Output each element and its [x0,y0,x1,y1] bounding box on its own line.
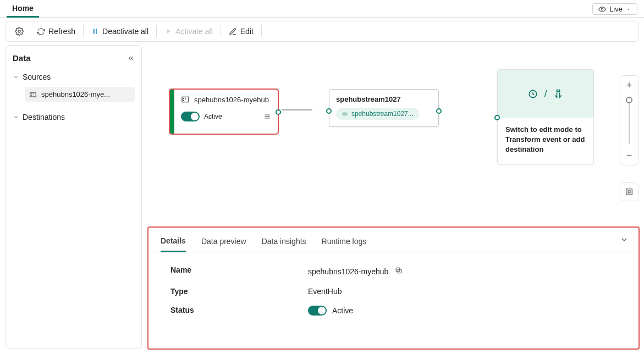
name-label: Name [170,266,308,277]
deactivate-all-button[interactable]: Deactivate all [85,21,155,41]
input-port[interactable] [326,108,332,114]
svg-rect-8 [182,97,189,102]
copy-name-button[interactable] [394,266,404,277]
status-toggle[interactable] [181,112,200,121]
destinations-group[interactable]: Destinations [13,110,135,124]
refresh-icon [37,27,45,36]
destination-placeholder-text: Switch to edit mode to Transform event o… [498,118,593,164]
destination-icon [553,88,564,99]
source-item-label: spehubns1026-mye... [41,90,110,98]
eventhub-icon [29,91,37,98]
sidebar-title: Data [13,53,31,63]
sources-label: Sources [23,73,51,81]
more-icon[interactable] [263,113,271,120]
type-value: EventHub [308,287,342,296]
chevron-down-icon [626,7,631,12]
activate-all-button[interactable]: Activate all [158,21,219,41]
stream-pill-label: spehubstream1027... [351,110,414,118]
svg-point-1 [18,30,20,32]
toolbar-separator [221,25,221,37]
pencil-icon [229,27,237,36]
copy-icon [395,267,403,274]
collapse-panel-icon[interactable] [620,235,629,244]
svg-rect-4 [30,92,36,96]
sidebar: Data Sources spehubns1026-mye... [5,45,142,349]
status-bar [170,90,174,134]
edit-button[interactable]: Edit [222,21,260,41]
activate-all-label: Activate all [175,27,213,36]
refresh-button[interactable]: Refresh [30,21,82,41]
refresh-label: Refresh [48,27,75,36]
status-label: Active [204,113,222,120]
svg-rect-5 [31,93,32,94]
fit-icon [625,187,634,196]
collapse-icon[interactable] [127,54,135,62]
gear-icon [15,27,24,36]
zoom-slider[interactable] [629,97,630,144]
svg-rect-11 [183,100,184,101]
settings-button[interactable] [8,21,30,41]
toolbar: Refresh Deactivate all Activate all Edit [5,21,639,42]
toolbar-separator [261,25,262,37]
stream-pill[interactable]: spehubstream1027... [336,108,419,120]
zoom-thumb[interactable] [626,97,632,103]
svg-rect-6 [32,93,34,94]
zoom-in-button[interactable]: + [620,76,638,95]
chevron-down-icon [13,74,19,80]
tab-runtime-logs[interactable]: Runtime logs [322,234,367,251]
status-toggle[interactable] [308,306,327,316]
chevron-down-icon [13,114,19,120]
deactivate-all-label: Deactivate all [102,27,148,36]
input-port[interactable] [494,115,500,120]
destination-placeholder-node[interactable]: / Switch to edit mode to Transform event… [497,69,594,164]
type-label: Type [170,287,308,296]
tab-home[interactable]: Home [7,1,39,18]
destinations-label: Destinations [23,113,65,121]
stream-icon [342,110,348,117]
pause-icon [91,27,99,35]
live-label: Live [609,5,623,13]
status-label: Status [170,306,308,316]
svg-rect-3 [96,29,97,34]
svg-point-0 [601,8,603,10]
name-value: spehubns1026-myehub [308,267,388,276]
svg-rect-2 [93,29,95,34]
play-icon [164,27,172,35]
source-node-title: spehubns1026-myehub [194,96,269,104]
fit-to-screen-button[interactable] [620,182,639,201]
tab-details[interactable]: Details [161,233,186,252]
sources-group[interactable]: Sources [13,70,135,84]
svg-rect-10 [185,98,186,99]
eventhub-icon [181,95,190,104]
source-item[interactable]: spehubns1026-mye... [25,87,135,102]
stream-node[interactable]: spehubstream1027 spehubstream1027... [329,89,439,127]
live-dropdown[interactable]: Live [592,3,637,15]
tab-data-preview[interactable]: Data preview [201,234,246,251]
svg-rect-16 [626,189,632,195]
zoom-out-button[interactable]: − [620,146,638,165]
stream-node-title: spehubstream1027 [336,95,432,103]
toolbar-separator [156,25,157,37]
status-value: Active [332,306,353,315]
edit-label: Edit [240,27,254,36]
zoom-control: + − [620,75,639,165]
output-port[interactable] [436,108,442,114]
svg-rect-9 [183,98,184,99]
details-panel: Details Data preview Data insights Runti… [148,228,639,349]
source-node[interactable]: spehubns1026-myehub Active [169,89,278,134]
eye-icon [598,5,606,13]
output-port[interactable] [276,109,281,115]
svg-rect-7 [31,95,32,95]
toolbar-separator [83,25,84,37]
slash-text: / [544,88,547,100]
transform-icon [527,88,538,99]
svg-rect-17 [628,191,630,193]
tab-data-insights[interactable]: Data insights [262,234,306,251]
